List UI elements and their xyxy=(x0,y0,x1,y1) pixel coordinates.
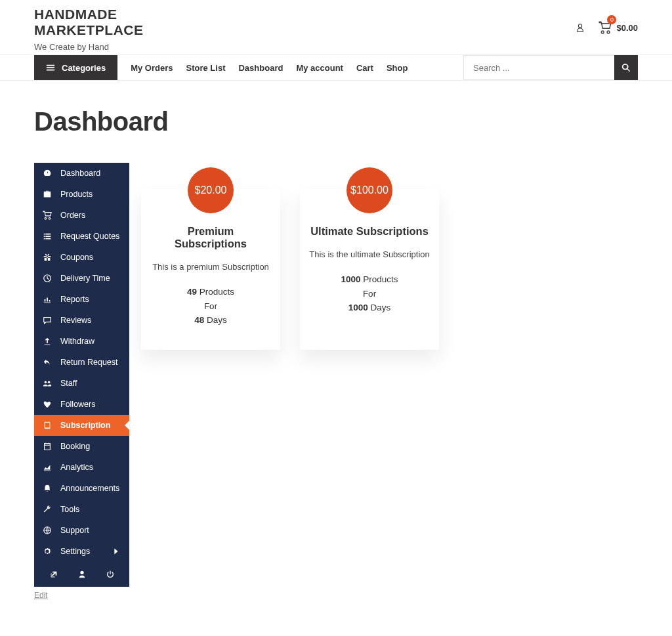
sidebar-label: Tools xyxy=(60,505,79,514)
search-input[interactable] xyxy=(463,55,614,80)
wrench-icon xyxy=(42,505,52,514)
cart-price: $0.00 xyxy=(616,23,638,33)
sidebar-item-return-request[interactable]: Return Request xyxy=(34,352,129,373)
undo-icon xyxy=(42,358,52,367)
card-desc: This is the ultimate Subscription xyxy=(309,249,430,259)
search-icon xyxy=(621,63,631,72)
subscription-card[interactable]: $100.00 Ultimate Subscriptions This is t… xyxy=(300,189,439,350)
briefcase-icon xyxy=(42,190,52,199)
globe-icon xyxy=(42,526,52,535)
price-badge: $100.00 xyxy=(346,167,392,213)
sidebar-label: Settings xyxy=(60,547,90,556)
brand-title[interactable]: HANDMADE MARKETPLACE xyxy=(34,7,144,38)
sidebar-item-subscription[interactable]: Subscription xyxy=(34,415,129,436)
dashboard-sidebar: DashboardProductsOrdersRequest QuotesCou… xyxy=(34,163,129,587)
nav-link-my-orders[interactable]: My Orders xyxy=(131,63,173,73)
brand-line1: HANDMADE xyxy=(34,7,117,22)
sidebar-item-booking[interactable]: Booking xyxy=(34,436,129,457)
sidebar-label: Coupons xyxy=(60,253,93,262)
chart-icon xyxy=(42,295,52,304)
sidebar-item-settings[interactable]: Settings xyxy=(34,541,129,562)
cart-button[interactable]: 0 $0.00 xyxy=(598,21,638,34)
sidebar-item-withdraw[interactable]: Withdraw xyxy=(34,331,129,352)
categories-button[interactable]: Categories xyxy=(34,55,117,80)
sidebar-item-dashboard[interactable]: Dashboard xyxy=(34,163,129,184)
cart-count-badge: 0 xyxy=(607,15,616,24)
sidebar-label: Return Request xyxy=(60,358,118,367)
edit-link[interactable]: Edit xyxy=(34,591,48,600)
upload-icon xyxy=(42,337,52,346)
sidebar-item-products[interactable]: Products xyxy=(34,184,129,205)
logout-icon[interactable] xyxy=(106,570,115,579)
subscription-card[interactable]: $20.00 Premium Subscriptions This is a p… xyxy=(141,189,280,350)
nav-link-cart[interactable]: Cart xyxy=(356,63,373,73)
sidebar-label: Booking xyxy=(60,442,90,451)
sidebar-label: Products xyxy=(60,190,93,199)
sidebar-item-followers[interactable]: Followers xyxy=(34,394,129,415)
visit-store-icon[interactable] xyxy=(49,570,58,579)
sidebar-label: Staff xyxy=(60,379,77,388)
sidebar-item-reviews[interactable]: Reviews xyxy=(34,310,129,331)
nav-link-shop[interactable]: Shop xyxy=(387,63,408,73)
sidebar-label: Announcements xyxy=(60,484,119,493)
sidebar-item-tools[interactable]: Tools xyxy=(34,499,129,520)
clock-icon xyxy=(42,274,52,283)
card-meta: 1000 Products For 1000 Days xyxy=(309,272,430,315)
sidebar-item-orders[interactable]: Orders xyxy=(34,205,129,226)
sidebar-label: Orders xyxy=(60,211,85,220)
nav-link-my-account[interactable]: My account xyxy=(296,63,343,73)
sidebar-label: Followers xyxy=(60,400,96,409)
profile-icon[interactable] xyxy=(77,570,87,579)
brand-line2: MARKETPLACE xyxy=(34,22,144,37)
sidebar-label: Delivery Time xyxy=(60,274,110,283)
account-icon[interactable] xyxy=(574,23,586,32)
sidebar-item-analytics[interactable]: Analytics xyxy=(34,457,129,478)
bell-icon xyxy=(42,484,52,493)
subscription-cards: $20.00 Premium Subscriptions This is a p… xyxy=(141,163,439,350)
list-icon xyxy=(42,232,52,241)
users-icon xyxy=(42,379,52,388)
cart-icon xyxy=(42,211,52,220)
search-button[interactable] xyxy=(614,55,638,80)
chevron-right-icon xyxy=(111,547,121,556)
sidebar-item-delivery-time[interactable]: Delivery Time xyxy=(34,268,129,289)
sidebar-item-staff[interactable]: Staff xyxy=(34,373,129,394)
dashboard-icon xyxy=(42,169,52,178)
card-title: Premium Subscriptions xyxy=(150,225,271,250)
sidebar-item-coupons[interactable]: Coupons xyxy=(34,247,129,268)
analytics-icon xyxy=(42,463,52,472)
heart-icon xyxy=(42,400,52,409)
card-desc: This is a premium Subscription xyxy=(150,262,271,272)
hamburger-icon xyxy=(46,63,55,72)
sidebar-label: Request Quotes xyxy=(60,232,119,241)
sidebar-label: Subscription xyxy=(60,421,110,430)
sidebar-label: Reviews xyxy=(60,316,91,325)
categories-label: Categories xyxy=(62,63,106,73)
search-box xyxy=(463,55,638,80)
sidebar-item-announcements[interactable]: Announcements xyxy=(34,478,129,499)
nav-link-dashboard[interactable]: Dashboard xyxy=(238,63,283,73)
sidebar-label: Analytics xyxy=(60,463,93,472)
sidebar-item-reports[interactable]: Reports xyxy=(34,289,129,310)
sidebar-item-request-quotes[interactable]: Request Quotes xyxy=(34,226,129,247)
card-meta: 49 Products For 48 Days xyxy=(150,285,271,328)
price-badge: $20.00 xyxy=(188,167,234,213)
page-title: Dashboard xyxy=(34,107,638,137)
comment-icon xyxy=(42,316,52,325)
sidebar-label: Withdraw xyxy=(60,337,94,346)
card-title: Ultimate Subscriptions xyxy=(309,225,430,238)
sidebar-label: Reports xyxy=(60,295,89,304)
nav-link-store-list[interactable]: Store List xyxy=(186,63,226,73)
sidebar-label: Dashboard xyxy=(60,169,100,178)
sidebar-label: Support xyxy=(60,526,89,535)
gear-icon xyxy=(42,547,52,556)
brand-subtitle: We Create by Hand xyxy=(34,42,144,52)
gift-icon xyxy=(42,253,52,262)
book-icon xyxy=(42,421,52,430)
calendar-icon xyxy=(42,442,52,451)
sidebar-item-support[interactable]: Support xyxy=(34,520,129,541)
